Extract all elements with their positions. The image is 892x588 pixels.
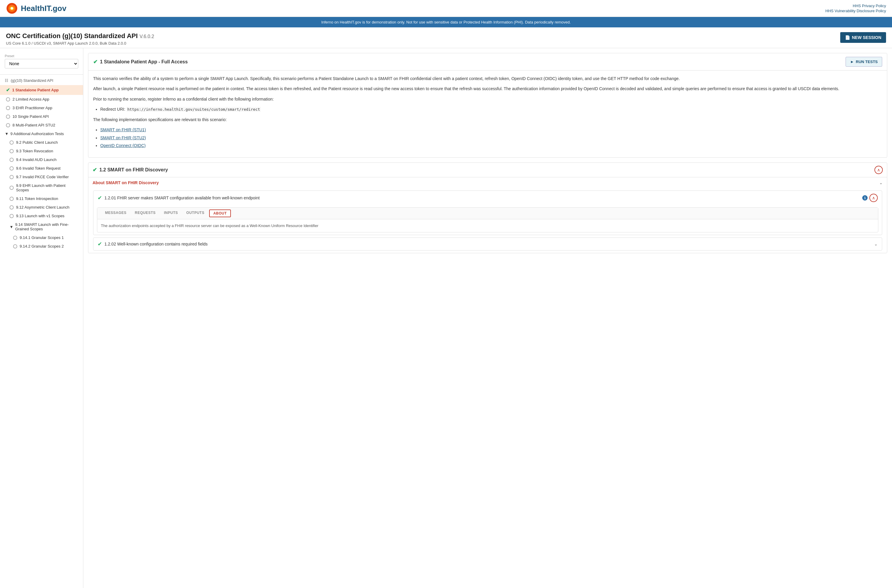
radio-circle: [9, 197, 14, 201]
main-layout: Preset None ☷ (g)(10) Standardized API ✔…: [0, 48, 892, 588]
sidebar-item-label: 9.6 Invalid Token Request: [16, 166, 60, 171]
spec-link-3: OpenID Connect (OIDC): [100, 142, 882, 149]
sidebar-item-label: 9 Additional Authorization Tests: [10, 132, 64, 136]
vulnerability-link[interactable]: HHS Vulnerability Disclosure Policy: [825, 9, 886, 13]
sidebar: Preset None ☷ (g)(10) Standardized API ✔…: [0, 48, 83, 588]
test-item-header: ✔ 1.2.01 FHIR server makes SMART configu…: [93, 191, 882, 205]
test-item-title-text: 1.2.01 FHIR server makes SMART configura…: [105, 195, 260, 200]
header-links: HHS Privacy Policy HHS Vulnerability Dis…: [825, 4, 886, 13]
run-tests-button[interactable]: ► RUN TESTS: [846, 57, 882, 67]
sidebar-item-asymmetric-client[interactable]: 9.12 Asymmetric Client Launch: [0, 203, 83, 212]
collapse-button[interactable]: ∧: [874, 166, 883, 174]
about-header[interactable]: About SMART on FHIR Discovery ⌄: [88, 177, 887, 188]
sidebar-item-granular-scopes-1[interactable]: 9.14.1 Granular Scopes 1: [0, 233, 83, 242]
test-item-collapse-button[interactable]: ∧: [870, 194, 878, 202]
tab-inputs[interactable]: INPUTS: [160, 208, 182, 219]
test-item-check-icon: ✔: [97, 195, 102, 201]
section-title-text: 1 Standalone Patient App - Full Access: [100, 59, 188, 64]
sidebar-item-ehr-practitioner[interactable]: 3 EHR Practitioner App: [0, 104, 83, 112]
test-title: ✔ 1 Standalone Patient App - Full Access: [93, 58, 188, 65]
privacy-policy-link[interactable]: HHS Privacy Policy: [853, 4, 886, 8]
sidebar-item-label: 2 Limited Access App: [12, 97, 49, 102]
sidebar-item-limited-access[interactable]: 2 Limited Access App: [0, 95, 83, 104]
preset-area: Preset None: [0, 52, 83, 73]
sub-section-title: 1.2 SMART on FHIR Discovery: [99, 167, 168, 172]
sidebar-item-invalid-aud[interactable]: 9.4 Invalid AUD Launch: [0, 155, 83, 164]
tabs-bar: MESSAGES REQUESTS INPUTS OUTPUTS ABOUT: [97, 208, 878, 219]
preset-select[interactable]: None: [5, 59, 78, 69]
sidebar-item-invalid-pkce[interactable]: 9.7 Invalid PKCE Code Verifier: [0, 172, 83, 181]
test-item-1202: ✔ 1.2.02 Well-known configuration contai…: [93, 237, 882, 250]
banner-text: Inferno on HealthIT.gov is for demonstra…: [321, 20, 571, 24]
sidebar-item-invalid-token[interactable]: 9.6 Invalid Token Request: [0, 164, 83, 172]
tab-messages[interactable]: MESSAGES: [101, 208, 130, 219]
smart-fhir-stu1-link[interactable]: SMART on FHIR (STU1): [100, 128, 146, 132]
test-description: This scenario verifies the ability of a …: [88, 70, 887, 158]
spec-link-1: SMART on FHIR (STU1): [100, 126, 882, 133]
sidebar-api-label: (g)(10) Standardized API: [11, 78, 53, 83]
sub-test-header: ✔ 1.2 SMART on FHIR Discovery ∧: [88, 163, 887, 177]
redirect-uri-label: Redirect URI:: [100, 107, 125, 112]
document-icon: 📄: [845, 35, 850, 40]
test-section-header: ✔ 1 Standalone Patient App - Full Access…: [88, 53, 887, 70]
title-bar: ONC Certification (g)(10) Standardized A…: [0, 27, 892, 48]
sidebar-item-token-introspection[interactable]: 9.11 Token Introspection: [0, 194, 83, 203]
test-item-controls: 1 ∧: [862, 194, 878, 202]
radio-circle: [9, 149, 14, 153]
radio-circle: [13, 244, 17, 249]
sidebar-item-label: 9.14.2 Granular Scopes 2: [19, 244, 64, 249]
about-title: About SMART on FHIR Discovery: [93, 180, 159, 185]
sidebar-item-fine-grained[interactable]: ▼ 9.14 SMART Launch with Fine-Grained Sc…: [0, 220, 83, 233]
header: HealthIT.gov HHS Privacy Policy HHS Vuln…: [0, 0, 892, 17]
new-session-label: NEW SESSION: [852, 35, 881, 40]
preset-label: Preset: [5, 54, 78, 58]
new-session-button[interactable]: 📄 NEW SESSION: [840, 32, 886, 43]
sidebar-item-label: 9.12 Asymmetric Client Launch: [16, 205, 69, 210]
radio-circle: [9, 214, 14, 218]
sidebar-item-additional-auth[interactable]: ▼ 9 Additional Authorization Tests: [0, 129, 83, 138]
openid-connect-link[interactable]: OpenID Connect (OIDC): [100, 143, 146, 148]
title-subtitle: US Core 6.1.0 / USCDI v3, SMART App Laun…: [6, 41, 154, 45]
desc-para-2: After launch, a simple Patient resource …: [93, 86, 882, 92]
sub-check-icon: ✔: [93, 166, 97, 173]
sidebar-item-standalone-patient[interactable]: ✔ 1 Standalone Patient App: [0, 85, 83, 95]
sidebar-item-label: 9.3 Token Revocation: [16, 149, 53, 153]
redirect-uri-value: https://inferno.healthit.gov/suites/cust…: [126, 107, 261, 112]
radio-circle: [9, 175, 14, 179]
sidebar-item-v1-scopes[interactable]: 9.13 Launch with v1 Scopes: [0, 212, 83, 220]
sidebar-item-public-client[interactable]: 9.2 Public Client Launch: [0, 138, 83, 147]
test-item-1202-chevron-icon: ⌄: [874, 242, 878, 246]
warning-banner: Inferno on HealthIT.gov is for demonstra…: [0, 17, 892, 27]
sidebar-item-granular-scopes-2[interactable]: 9.14.2 Granular Scopes 2: [0, 242, 83, 250]
check-icon: ✔: [6, 87, 10, 93]
expand-down-icon: ▼: [5, 132, 9, 136]
about-chevron-icon: ⌄: [879, 180, 883, 185]
tab-requests[interactable]: REQUESTS: [130, 208, 160, 219]
message-count-badge: 1: [862, 195, 868, 201]
sidebar-item-label: 9.2 Public Client Launch: [16, 140, 58, 145]
test-item-title: ✔ 1.2.01 FHIR server makes SMART configu…: [97, 195, 260, 201]
grid-icon: ☷: [5, 78, 8, 83]
radio-circle: [9, 141, 14, 145]
tab-outputs[interactable]: OUTPUTS: [182, 208, 208, 219]
radio-circle: [9, 206, 14, 210]
sidebar-item-label: 9.9 EHR Launch with Patient Scopes: [16, 183, 78, 192]
sidebar-item-ehr-launch-patient[interactable]: 9.9 EHR Launch with Patient Scopes: [0, 181, 83, 194]
sidebar-item-multi-patient[interactable]: 8 Multi-Patient API STU2: [0, 121, 83, 129]
sidebar-item-label: 1 Standalone Patient App: [12, 88, 58, 92]
radio-circle: [9, 158, 14, 162]
desc-para-3: Prior to running the scenario, register …: [93, 96, 882, 102]
test-item-1202-header: ✔ 1.2.02 Well-known configuration contai…: [93, 238, 882, 250]
sidebar-api-header: ☷ (g)(10) Standardized API: [0, 76, 83, 85]
tab-about[interactable]: ABOUT: [209, 210, 231, 217]
test-item-1202-check-icon: ✔: [97, 241, 102, 247]
sidebar-item-label: 9.7 Invalid PKCE Code Verifier: [16, 175, 69, 179]
radio-circle: [6, 123, 10, 128]
play-icon: ►: [850, 60, 854, 64]
smart-fhir-stu2-link[interactable]: SMART on FHIR (STU2): [100, 135, 146, 140]
sidebar-item-token-revocation[interactable]: 9.3 Token Revocation: [0, 147, 83, 155]
sidebar-item-label: 10 Single Patient API: [12, 114, 49, 119]
logo-text: HealthIT.gov: [21, 4, 66, 13]
logo-area: HealthIT.gov: [6, 2, 66, 14]
sidebar-item-single-patient[interactable]: 10 Single Patient API: [0, 112, 83, 121]
